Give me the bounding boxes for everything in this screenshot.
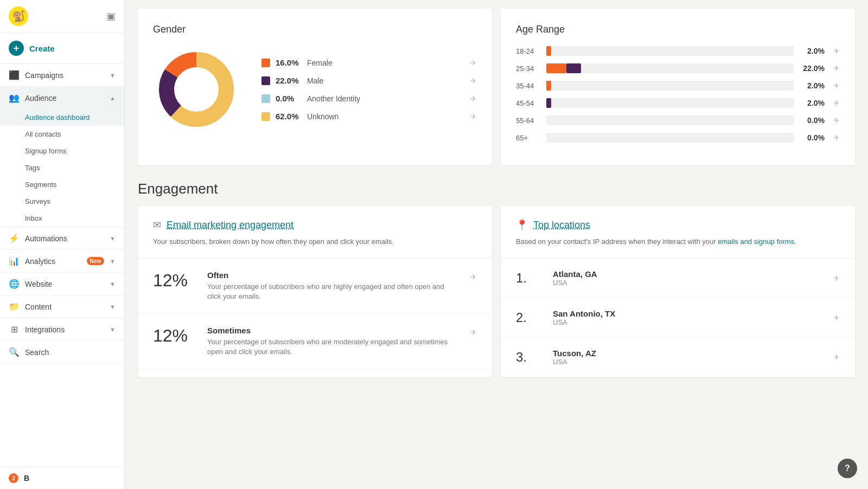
engage-name-often: Often [207, 271, 459, 280]
engage-stat-sometimes: 12% Sometimes Your percentage of subscri… [138, 314, 492, 369]
legend-pct-unknown: 62.0% [276, 112, 302, 121]
location-country-2: USA [553, 318, 822, 326]
legend-color-female [261, 59, 270, 67]
sidebar-item-campaigns[interactable]: ⬛ Campaigns ▼ [0, 64, 124, 86]
email-engagement-title-row: ✉ Email marketing engagement [153, 219, 477, 231]
age-send-55-64[interactable]: ✈ [833, 116, 840, 125]
location-send-1[interactable]: ✈ [833, 274, 840, 282]
sidebar-item-website[interactable]: 🌐 Website ▼ [0, 273, 124, 295]
integrations-label: Integrations [25, 325, 104, 334]
legend-color-another [261, 94, 270, 103]
age-send-35-44[interactable]: ✈ [833, 81, 840, 90]
website-label: Website [25, 280, 104, 288]
age-row-25-34: 25-34 22.0% ✈ [516, 63, 840, 73]
gender-title: Gender [153, 24, 477, 35]
mailchimp-logo: 🐒 [9, 7, 28, 26]
location-desc-link[interactable]: emails and signup forms. [718, 237, 796, 246]
sidebar-toggle-button[interactable]: ▣ [106, 10, 116, 22]
user-initial: B [24, 474, 116, 482]
sidebar-item-automations[interactable]: ⚡ Automations ▼ [0, 227, 124, 249]
engage-stat-often: 12% Often Your percentage of subscribers… [138, 259, 492, 314]
automations-section: ⚡ Automations ▼ [0, 227, 124, 250]
audience-section: 👥 Audience ▲ Audience dashboard All cont… [0, 87, 124, 227]
analytics-icon: 📊 [9, 256, 20, 266]
age-send-45-54[interactable]: ✈ [833, 99, 840, 107]
location-icon: 📍 [516, 219, 528, 231]
help-button[interactable]: ? [838, 459, 857, 478]
age-pct-45-54: 2.0% [801, 99, 825, 107]
content-label: Content [25, 303, 104, 311]
analytics-arrow: ▼ [110, 258, 116, 265]
send-icon-female[interactable]: ✈ [470, 59, 477, 67]
sidebar-header: 🐒 ▣ [0, 0, 124, 33]
sidebar-item-content[interactable]: 📁 Content ▼ [0, 295, 124, 318]
age-bar-65plus [546, 133, 794, 143]
legend-pct-female: 16.0% [276, 58, 302, 67]
engage-pct-sometimes: 12% [153, 326, 196, 346]
automations-icon: ⚡ [9, 233, 20, 243]
location-country-3: USA [553, 358, 822, 366]
age-pct-55-64: 0.0% [801, 116, 825, 125]
age-label-25-34: 25-34 [516, 65, 540, 73]
demographics-row: Gender [138, 9, 855, 165]
location-rank-3: 3. [516, 350, 542, 365]
age-pct-25-34: 22.0% [801, 64, 825, 73]
location-send-2[interactable]: ✈ [833, 313, 840, 322]
sidebar: 🐒 ▣ + Create ⬛ Campaigns ▼ 👥 Audience ▲ … [0, 0, 125, 489]
legend-color-male [261, 76, 270, 85]
campaigns-section: ⬛ Campaigns ▼ [0, 64, 124, 87]
send-icon-unknown[interactable]: ✈ [470, 112, 477, 121]
sidebar-item-search[interactable]: 🔍 Search [0, 341, 124, 363]
engage-send-often[interactable]: ✈ [470, 273, 477, 281]
website-section: 🌐 Website ▼ [0, 273, 124, 295]
engage-pct-often: 12% [153, 271, 196, 291]
email-engagement-link[interactable]: Email marketing engagement [167, 220, 293, 231]
top-locations-card: 📍 Top locations Based on your contact's … [501, 206, 855, 377]
engage-send-sometimes[interactable]: ✈ [470, 328, 477, 337]
legend-item-another: 0.0% Another Identity ✈ [261, 94, 477, 103]
age-row-55-64: 55-64 0.0% ✈ [516, 115, 840, 125]
notification-badge: 2 [9, 473, 18, 483]
engage-info-sometimes: Sometimes Your percentage of subscribers… [207, 326, 459, 357]
create-nav-item[interactable]: + Create [0, 33, 124, 64]
engage-desc-often: Your percentage of subscribers who are h… [207, 282, 459, 301]
age-range-card: Age Range 18-24 2.0% ✈ 25-34 22.0% ✈ [501, 9, 855, 165]
location-send-3[interactable]: ✈ [833, 353, 840, 362]
sidebar-item-all-contacts[interactable]: All contacts [0, 126, 124, 143]
sidebar-item-integrations[interactable]: ⊞ Integrations ▼ [0, 318, 124, 340]
legend-label-male: Male [307, 76, 465, 85]
sidebar-item-analytics[interactable]: 📊 Analytics New ▼ [0, 250, 124, 272]
engage-desc-sometimes: Your percentage of subscribers who are m… [207, 337, 459, 357]
age-send-18-24[interactable]: ✈ [833, 47, 840, 55]
sidebar-item-segments[interactable]: Segments [0, 176, 124, 193]
sidebar-item-signup-forms[interactable]: Signup forms [0, 143, 124, 159]
sidebar-item-tags[interactable]: Tags [0, 159, 124, 176]
website-icon: 🌐 [9, 279, 20, 289]
location-info-1: Atlanta, GA USA [553, 269, 822, 287]
sidebar-item-audience-dashboard[interactable]: Audience dashboard [0, 109, 124, 126]
age-bar-18-24 [546, 46, 794, 56]
age-send-65plus[interactable]: ✈ [833, 133, 840, 142]
age-label-55-64: 55-64 [516, 117, 540, 125]
engagement-section-title: Engagement [138, 181, 855, 197]
age-label-65plus: 65+ [516, 134, 540, 142]
age-bar-fill-45-54 [546, 98, 551, 108]
sidebar-item-surveys[interactable]: Surveys [0, 193, 124, 210]
send-icon-another[interactable]: ✈ [470, 94, 477, 103]
age-send-25-34[interactable]: ✈ [833, 64, 840, 73]
create-label: Create [29, 44, 55, 53]
age-bar-fill-orange-25-34 [546, 63, 566, 73]
campaigns-icon: ⬛ [9, 70, 20, 80]
user-notifications[interactable]: 2 B [0, 467, 124, 489]
sidebar-item-audience[interactable]: 👥 Audience ▲ [0, 87, 124, 109]
integrations-section: ⊞ Integrations ▼ [0, 318, 124, 341]
content-icon: 📁 [9, 301, 20, 312]
age-pct-35-44: 2.0% [801, 81, 825, 90]
sidebar-item-inbox[interactable]: Inbox [0, 210, 124, 227]
send-icon-male[interactable]: ✈ [470, 76, 477, 85]
location-city-2: San Antonio, TX [553, 309, 822, 318]
top-locations-link[interactable]: Top locations [533, 220, 590, 231]
automations-arrow: ▼ [110, 235, 116, 242]
legend-item-female: 16.0% Female ✈ [261, 58, 477, 67]
age-row-18-24: 18-24 2.0% ✈ [516, 46, 840, 56]
